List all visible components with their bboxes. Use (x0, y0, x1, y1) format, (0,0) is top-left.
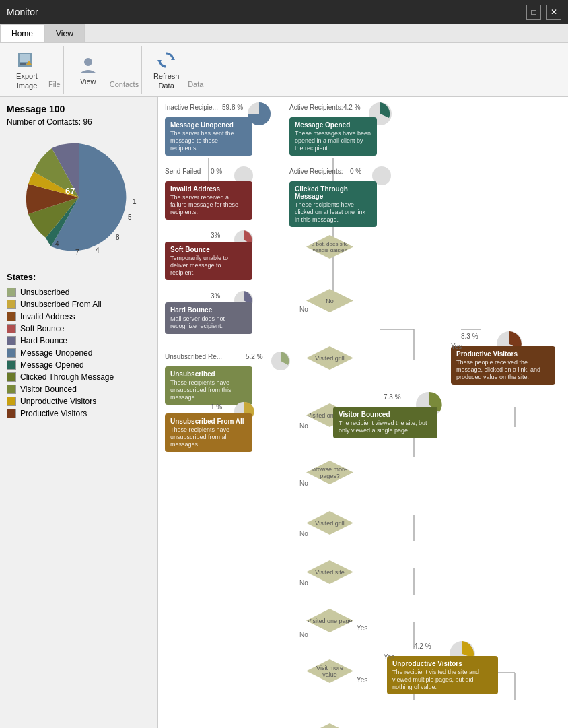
unsubscribed-pct: 5.2 % (246, 353, 263, 360)
refresh-data-button[interactable]: RefreshData (147, 46, 185, 92)
state-label-hard-bounce: Hard Bounce (20, 336, 67, 345)
state-item-hard-bounce: Hard Bounce (7, 336, 151, 345)
file-group-label: File (48, 80, 61, 91)
flow-no-6: No (299, 631, 308, 638)
diamond-one-page: Visited one page (306, 609, 353, 632)
contacts-info: Number of Contacts: 96 (7, 117, 151, 127)
diamond-1: a bot, does sitehandle daisles (306, 235, 353, 259)
state-swatch-unsubscribed-from-all (7, 300, 16, 309)
state-label-unproductive-visitors: Unproductive Visitors (20, 397, 96, 406)
svg-text:1: 1 (133, 198, 137, 205)
flow-no-label-2: No (299, 422, 308, 430)
flow-yes-label: Yes (451, 343, 462, 350)
state-item-unsubscribed-from-all: Unsubscribed From All (7, 300, 151, 309)
clicked-through-node: Clicked Through Message These recipients… (289, 181, 377, 227)
state-label-visitor-bounced: Visitor Bounced (20, 385, 77, 394)
state-swatch-message-unopened (7, 348, 16, 358)
close-button[interactable]: ✕ (546, 5, 561, 20)
state-label-message-unopened: Message Unopened (20, 348, 92, 358)
state-swatch-clicked-through (7, 372, 16, 382)
flowchart-area: Inactive Recipie... 59.8 % Message Unope… (158, 97, 568, 728)
state-item-productive-visitors: Productive Visitors (7, 409, 151, 418)
flow-no-5: No (299, 579, 308, 587)
visitor-bounced-pct: 7.3 % (384, 393, 401, 401)
active-recipients-label: Active Recipients: (289, 104, 343, 111)
diamond-visited-grill: Visited grill (306, 511, 353, 535)
flow-yes-2: Yes (357, 624, 367, 632)
right-panel[interactable]: Inactive Recipie... 59.8 % Message Unope… (158, 97, 568, 728)
diamond-browse: browse morepages? (306, 461, 353, 484)
svg-text:7: 7 (75, 249, 79, 256)
refresh-data-label: RefreshData (153, 72, 180, 90)
state-label-soft-bounce: Soft Bounce (20, 324, 64, 333)
state-label-clicked-through: Clicked Through Message (20, 372, 114, 382)
state-label-productive-visitors: Productive Visitors (20, 409, 87, 418)
export-image-button[interactable]: ExportImage (8, 46, 46, 92)
productive-visitors-node: Productive Visitors These people receive… (451, 346, 555, 385)
state-item-soft-bounce: Soft Bounce (7, 324, 151, 333)
state-item-unsubscribed: Unsubscribed (7, 288, 151, 297)
productive-pct: 8.3 % (461, 333, 478, 340)
invalid-address-node: Invalid Address The server received a fa… (165, 181, 252, 220)
contacts-group-label: Contacts (110, 80, 139, 91)
unsubscribed-node: Unsubscribed These recipients have unsub… (165, 366, 252, 405)
tabs-bar: Home View (0, 24, 568, 43)
view-button[interactable]: View (69, 52, 107, 88)
hard-bounce-node: Hard Bounce Mail server does not recogni… (165, 302, 252, 334)
data-group: RefreshData Data (145, 46, 206, 94)
file-group: ExportImage File (5, 46, 64, 94)
refresh-icon (155, 49, 177, 71)
view-label: View (80, 77, 96, 86)
svg-text:67: 67 (65, 186, 75, 196)
data-group-label: Data (188, 80, 203, 91)
state-item-visitor-bounced: Visitor Bounced (7, 385, 151, 394)
flow-yes-3: Yes (357, 676, 367, 684)
active-pct: 4.2 % (343, 104, 361, 111)
diamond-bottom1: Visitors only (306, 723, 353, 728)
active-pct2: 0 % (350, 168, 361, 175)
state-swatch-hard-bounce (7, 336, 16, 345)
diamond-value: Visit morevalue (306, 659, 353, 683)
state-swatch-productive-visitors (7, 409, 16, 418)
svg-point-4 (84, 58, 92, 66)
state-item-message-opened: Message Opened (7, 360, 151, 370)
unsubscribed-from-all-node: Unsubscribed From All These recipients h… (165, 413, 252, 452)
svg-rect-1 (20, 54, 30, 62)
state-item-unproductive-visitors: Unproductive Visitors (7, 397, 151, 406)
flow-no-3: No (299, 479, 308, 487)
state-swatch-unproductive-visitors (7, 397, 16, 406)
svg-text:8: 8 (116, 234, 120, 241)
title-bar: Monitor □ ✕ (0, 0, 568, 24)
soft-bounce-node: Soft Bounce Temporarily unable to delive… (165, 242, 252, 280)
hard-bounce-pct: 3% (211, 292, 220, 300)
unsub-all-pct: 1 % (211, 403, 222, 411)
unproductive-visitors-node: Unproductive Visitors The recipient visi… (387, 656, 498, 694)
export-image-icon (16, 49, 38, 71)
diamond-3: Visited grill (306, 346, 353, 370)
state-swatch-soft-bounce (7, 324, 16, 333)
left-panel: Message 100 Number of Contacts: 96 (0, 97, 158, 728)
main-content: Message 100 Number of Contacts: 96 (0, 97, 568, 728)
soft-bounce-pct: 3% (211, 232, 220, 239)
app-title: Monitor (7, 7, 38, 18)
send-failed-pct: 0 % (211, 168, 222, 175)
maximize-button[interactable]: □ (526, 5, 541, 20)
svg-text:4: 4 (55, 240, 59, 248)
svg-text:4: 4 (96, 246, 100, 254)
state-item-invalid-address: Invalid Address (7, 312, 151, 321)
flow-no-4: No (299, 530, 308, 537)
window-controls: □ ✕ (526, 5, 561, 20)
tab-home[interactable]: Home (0, 24, 44, 42)
export-image-label: ExportImage (16, 72, 38, 90)
states-list: UnsubscribedUnsubscribed From AllInvalid… (7, 288, 151, 418)
flow-visitors-yes: Yes (384, 653, 394, 661)
send-failed-label: Send Failed (165, 168, 201, 175)
state-swatch-visitor-bounced (7, 385, 16, 394)
flow-no-label-1: No (299, 306, 308, 313)
state-label-unsubscribed: Unsubscribed (20, 288, 69, 297)
state-item-message-unopened: Message Unopened (7, 348, 151, 358)
message-unopened-node: Message Unopened The server has sent the… (165, 117, 252, 156)
message-title: Message 100 (7, 104, 151, 114)
state-label-invalid-address: Invalid Address (20, 312, 75, 321)
tab-view[interactable]: View (44, 24, 85, 42)
